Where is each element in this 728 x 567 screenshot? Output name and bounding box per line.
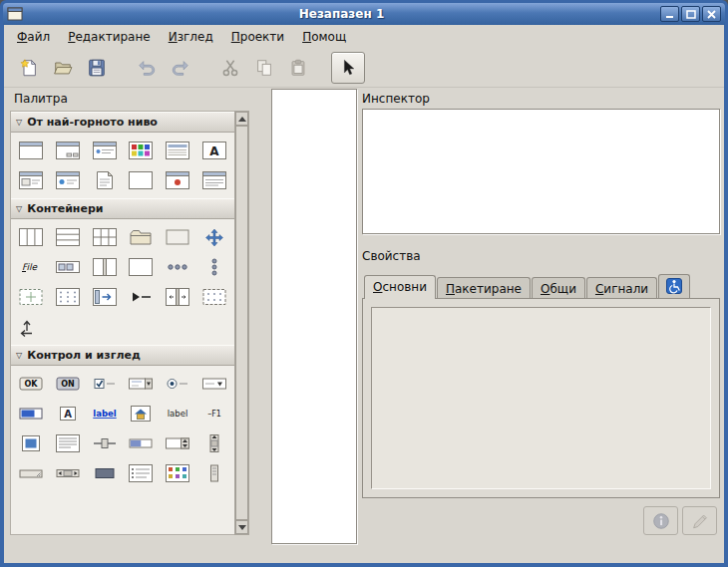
palette-item-handle-box[interactable] [86, 282, 123, 312]
palette-item-vbox[interactable] [13, 222, 50, 252]
palette-title: Палитра [14, 92, 68, 106]
tab-common[interactable]: Общи [532, 277, 585, 299]
scroll-down-button[interactable] [235, 520, 248, 534]
palette-item-toggle-button[interactable]: ON [50, 369, 87, 399]
palette-item-check-button[interactable] [86, 369, 123, 399]
tab-accessibility[interactable] [658, 274, 690, 299]
menu-help[interactable]: Помощ [293, 27, 355, 47]
font-selection-dialog-icon: A [201, 141, 227, 160]
message-dialog-icon [55, 170, 81, 190]
link-button-icon: label [92, 404, 118, 424]
palette-item-window-group[interactable] [195, 165, 232, 195]
palette-item-link-button[interactable]: label [86, 399, 123, 428]
palette-item-color-selection-dialog[interactable] [123, 136, 160, 165]
expander-triangle-icon: ▽ [16, 119, 22, 127]
progress-bar-icon [128, 433, 154, 453]
palette-item-text-view[interactable] [50, 428, 87, 458]
palette-item-progress-bar[interactable] [123, 428, 160, 458]
palette-section-header[interactable]: ▽Контрол и изглед [11, 345, 234, 366]
palette-item-image[interactable] [13, 428, 50, 458]
palette-item-notebook[interactable] [123, 222, 160, 252]
arrow-down-icon [238, 525, 246, 530]
new-button[interactable] [12, 52, 46, 84]
palette-item-dialog[interactable] [50, 136, 87, 165]
palette-item-recent-chooser-dialog[interactable] [86, 165, 123, 195]
maximize-button[interactable] [681, 6, 700, 22]
open-button[interactable] [46, 52, 80, 84]
palette-item-file-chooser-dialog[interactable] [160, 136, 196, 165]
palette-item-menu-bar[interactable]: File [13, 252, 50, 282]
palette-item-icon-view[interactable] [50, 282, 87, 312]
svg-text:A: A [64, 409, 72, 420]
accessibility-icon [666, 278, 682, 294]
tab-packing[interactable]: Пакетиране [437, 277, 531, 299]
close-button[interactable] [702, 6, 721, 22]
properties-panel[interactable] [371, 307, 711, 489]
palette-item-vscrollbar[interactable] [195, 428, 232, 458]
window-menu-icon[interactable] [7, 6, 23, 22]
palette-item-combo-box-entry[interactable] [123, 369, 160, 399]
vseparator-icon [201, 463, 227, 483]
palette-item-toolbar-widget[interactable] [50, 252, 87, 282]
palette-item-hscale[interactable] [86, 428, 123, 458]
palette-scrollbar[interactable] [234, 111, 249, 535]
palette-item-layout[interactable] [195, 282, 232, 312]
tab-signals[interactable]: Сигнали [586, 277, 657, 299]
palette-item-about-dialog[interactable] [86, 136, 123, 165]
palette-item-menu-widget[interactable] [123, 458, 160, 488]
menu-file[interactable]: Файл [8, 27, 59, 47]
properties-title: Свойства [362, 249, 421, 263]
palette-item-accel-label[interactable]: A [50, 399, 87, 428]
scrollbar-thumb[interactable] [235, 126, 248, 520]
titlebar[interactable]: Незапазен 1 [3, 3, 725, 25]
palette-item-hbutton-box[interactable] [160, 252, 196, 282]
palette-section-header[interactable]: ▽Контейнери [11, 198, 234, 219]
tab-general[interactable]: Основни [364, 275, 436, 299]
palette-item-entry[interactable] [13, 399, 50, 428]
menu-projects[interactable]: Проекти [222, 27, 293, 47]
save-button[interactable] [80, 52, 114, 84]
palette-item-vbutton-box[interactable] [195, 252, 232, 282]
palette-item-font-selection-dialog[interactable]: A [195, 136, 232, 165]
palette-item-input-dialog[interactable] [13, 165, 50, 195]
palette-item-vpaned[interactable] [160, 282, 196, 312]
palette-item-font-button[interactable] [123, 399, 160, 428]
palette-section-header[interactable]: ▽От най-горното ниво [11, 112, 234, 133]
palette-item-color-palette[interactable] [160, 458, 196, 488]
text-view-icon [55, 433, 81, 453]
palette-item-scrolled-window[interactable] [195, 222, 232, 252]
palette-item-offscreen-window[interactable] [160, 165, 196, 195]
edit-button [682, 506, 717, 535]
palette-item-message-dialog[interactable] [50, 165, 87, 195]
palette-item-window[interactable] [13, 136, 50, 165]
palette-item-fixed[interactable] [13, 312, 50, 342]
palette-item-expander[interactable] [123, 282, 160, 312]
palette-item-viewport[interactable] [13, 282, 50, 312]
palette-item-button[interactable]: OK [13, 369, 50, 399]
menu-view[interactable]: Изглед [160, 27, 222, 47]
selector-button[interactable] [331, 52, 365, 84]
palette-item-drawing-area[interactable] [86, 458, 123, 488]
menu-edit[interactable]: Редактиране [59, 27, 160, 47]
palette-item-spin-button[interactable] [160, 428, 196, 458]
palette-item-assistant[interactable] [123, 165, 160, 195]
palette-item-hpaned[interactable] [86, 252, 123, 282]
palette-item-aspect-frame[interactable] [123, 252, 160, 282]
palette-item-radio-button[interactable] [160, 369, 196, 399]
palette-item-hbox[interactable] [50, 222, 87, 252]
window-content: ФайлРедактиранеИзгледПроектиПомощ Палитр… [4, 25, 724, 563]
palette-item-frame[interactable] [160, 222, 196, 252]
palette-item-statusbar[interactable] [13, 458, 50, 488]
palette-item-table[interactable] [86, 222, 123, 252]
palette-item-vseparator[interactable] [195, 458, 232, 488]
combo-box-icon [201, 374, 227, 394]
palette-item-label[interactable]: label [160, 399, 196, 428]
palette-item-accelerator[interactable]: –F1 [195, 399, 232, 428]
properties-page [362, 298, 720, 498]
design-canvas[interactable] [271, 89, 357, 544]
palette-item-hscrollbar[interactable] [50, 458, 87, 488]
scroll-up-button[interactable] [235, 112, 248, 126]
inspector-view[interactable] [362, 109, 720, 234]
palette-item-combo-box[interactable] [195, 369, 232, 399]
minimize-button[interactable] [660, 6, 679, 22]
